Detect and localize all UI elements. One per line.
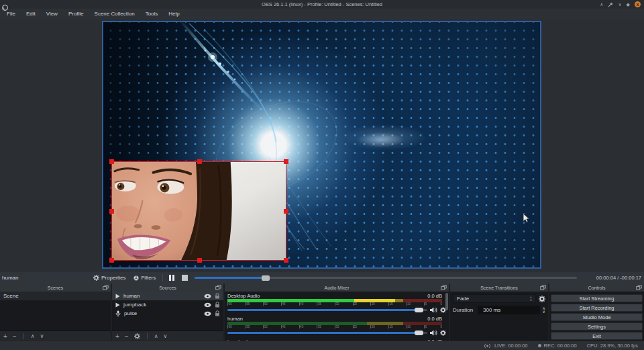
lock-icon[interactable] bbox=[215, 310, 220, 316]
popout-icon[interactable] bbox=[103, 285, 109, 290]
controls-panel: Controls Start Streaming Start Recording… bbox=[549, 283, 644, 341]
mixer-scrollbar[interactable] bbox=[445, 293, 448, 310]
resize-handle-bottom-right[interactable] bbox=[284, 258, 288, 263]
pause-button[interactable] bbox=[166, 275, 178, 281]
lock-icon[interactable] bbox=[215, 293, 220, 299]
exit-button[interactable]: Exit bbox=[551, 332, 643, 340]
scene-item[interactable]: Scene bbox=[0, 292, 111, 300]
resize-handle-top-right[interactable] bbox=[284, 159, 288, 164]
mixer-channel-desktop-audio: Desktop Audio 0.0 dB -60-55-50-45-40-35-… bbox=[225, 292, 449, 314]
remove-source-button[interactable]: − bbox=[125, 333, 129, 340]
duration-input[interactable]: 300 ms bbox=[478, 306, 540, 314]
live-status: LIVE: 00:00:00 bbox=[483, 343, 528, 349]
tick-label: 0 bbox=[440, 325, 442, 329]
menu-scene-collection[interactable]: Scene Collection bbox=[89, 9, 140, 19]
combo-spinner-icon[interactable]: ∧∨ bbox=[530, 296, 532, 301]
resize-handle-bottom-middle[interactable] bbox=[197, 258, 202, 263]
resize-handle-bottom-left[interactable] bbox=[109, 258, 114, 263]
add-scene-button[interactable]: + bbox=[3, 333, 7, 340]
seek-handle[interactable] bbox=[262, 275, 270, 281]
webcam-source-human[interactable] bbox=[111, 161, 286, 261]
source-item-pulse[interactable]: pulse bbox=[112, 309, 223, 318]
popout-icon[interactable] bbox=[441, 285, 447, 290]
popout-icon[interactable] bbox=[636, 285, 642, 290]
channel-level: 0.0 dB bbox=[427, 316, 442, 322]
menu-help[interactable]: Help bbox=[163, 9, 184, 19]
transition-gear-icon[interactable] bbox=[539, 296, 545, 302]
menu-tools[interactable]: Tools bbox=[140, 9, 164, 19]
mixer-channel-human: human 0.0 dB -60-55-50-45-40-35-30-25-20… bbox=[225, 315, 449, 337]
menu-profile[interactable]: Profile bbox=[63, 9, 89, 19]
close-icon[interactable]: x bbox=[635, 1, 641, 7]
audio-mixer-title: Audio Mixer bbox=[325, 286, 350, 290]
maximize-icon[interactable]: ◆ bbox=[627, 0, 630, 9]
separator bbox=[162, 274, 163, 281]
channel-name: human bbox=[227, 316, 243, 322]
resize-handle-middle-left[interactable] bbox=[109, 209, 114, 214]
transition-select[interactable]: Fade ∧∨ bbox=[453, 294, 536, 303]
studio-mode-button[interactable]: Studio Mode bbox=[551, 313, 643, 321]
media-source-icon bbox=[115, 294, 120, 299]
preview-area bbox=[0, 19, 644, 272]
stop-button[interactable] bbox=[182, 275, 188, 281]
menu-edit[interactable]: Edit bbox=[21, 9, 41, 19]
start-recording-button[interactable]: Start Recording bbox=[551, 304, 643, 312]
channel-level: 0.0 dB bbox=[427, 339, 442, 341]
dock-row: Scenes Scene + − ∧ ∨ Sources bbox=[0, 283, 644, 341]
controls-title: Controls bbox=[588, 286, 605, 290]
titlebar: OBS 26.1.1 (linux) - Profile: Untitled -… bbox=[0, 0, 644, 9]
resize-handle-top-left[interactable] bbox=[109, 159, 114, 164]
source-down-button[interactable]: ∨ bbox=[164, 333, 168, 339]
source-up-button[interactable]: ∧ bbox=[154, 333, 158, 339]
visibility-eye-icon[interactable] bbox=[204, 311, 211, 316]
window-title: OBS 26.1.1 (linux) - Profile: Untitled -… bbox=[0, 0, 644, 9]
menubar: File Edit View Profile Scene Collection … bbox=[0, 9, 644, 19]
source-item-jumpback[interactable]: jumpback bbox=[112, 300, 223, 309]
scenes-panel: Scenes Scene + − ∧ ∨ bbox=[0, 283, 111, 341]
filters-button[interactable]: Filters bbox=[129, 275, 160, 281]
preview-canvas[interactable] bbox=[102, 21, 541, 269]
visibility-eye-icon[interactable] bbox=[204, 294, 211, 299]
popout-icon[interactable] bbox=[215, 285, 221, 290]
resize-handle-top-middle[interactable] bbox=[197, 159, 202, 164]
scene-down-button[interactable]: ∨ bbox=[40, 333, 44, 339]
mic-icon bbox=[115, 310, 121, 316]
media-seek-slider[interactable] bbox=[195, 272, 577, 283]
add-source-button[interactable]: + bbox=[115, 333, 119, 340]
settings-button[interactable]: Settings bbox=[551, 322, 643, 331]
fader-handle[interactable] bbox=[415, 308, 423, 312]
webcam-image bbox=[112, 162, 286, 260]
tick-label: 0 bbox=[440, 302, 442, 306]
speaker-icon[interactable] bbox=[430, 307, 437, 313]
volume-fader[interactable] bbox=[227, 306, 427, 314]
resize-handle-middle-right[interactable] bbox=[284, 209, 288, 214]
gear-icon[interactable] bbox=[440, 330, 446, 336]
keep-above-icon[interactable]: ∧ bbox=[600, 0, 603, 9]
popout-icon[interactable] bbox=[540, 285, 546, 290]
menu-view[interactable]: View bbox=[41, 9, 63, 19]
source-item-human[interactable]: human bbox=[112, 292, 223, 300]
shade-icon[interactable]: ∨ bbox=[618, 0, 621, 9]
lock-icon[interactable] bbox=[215, 302, 220, 308]
cpu-status: CPU: 28.9%, 30.00 fps bbox=[587, 343, 638, 349]
start-streaming-button[interactable]: Start Streaming bbox=[551, 294, 643, 302]
duration-spinner-icon[interactable]: ∧∨ bbox=[543, 307, 545, 314]
remove-scene-button[interactable]: − bbox=[13, 333, 17, 340]
speaker-icon[interactable] bbox=[430, 330, 437, 336]
channel-name: Desktop Audio bbox=[227, 293, 260, 299]
mixer-channel-jumpback: jumpback 0.0 dB bbox=[225, 338, 449, 341]
scenes-title: Scenes bbox=[48, 286, 63, 290]
media-time: 00:00:04 / -00:00:17 bbox=[580, 275, 641, 281]
properties-button[interactable]: Properties bbox=[89, 275, 129, 281]
channel-level: 0.0 dB bbox=[427, 293, 442, 299]
selected-source-name: human bbox=[2, 275, 89, 281]
sources-title: Sources bbox=[159, 286, 176, 290]
filters-icon bbox=[133, 275, 139, 281]
volume-fader[interactable] bbox=[227, 329, 427, 337]
fader-handle[interactable] bbox=[415, 331, 423, 335]
pin-icon[interactable] bbox=[608, 2, 613, 7]
source-properties-gear-icon[interactable] bbox=[134, 333, 140, 339]
scene-transitions-panel: Scene Transitions Fade ∧∨ Duration bbox=[450, 283, 548, 341]
visibility-eye-icon[interactable] bbox=[204, 302, 211, 308]
scene-up-button[interactable]: ∧ bbox=[31, 333, 35, 339]
